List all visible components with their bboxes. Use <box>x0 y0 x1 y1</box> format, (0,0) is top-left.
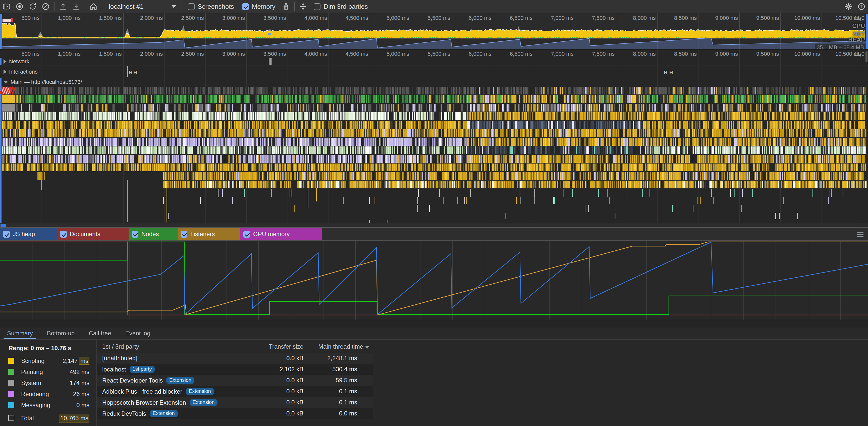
tab-bottom-up[interactable]: Bottom-up <box>43 327 79 339</box>
tracks-ruler-label: 7,500 ms <box>575 51 615 57</box>
checkbox-checked-icon <box>181 231 187 238</box>
summary-row-total: Total10,765 ms <box>0 414 96 424</box>
transfer-size-cell: 0.0 kB <box>247 388 303 395</box>
vertical-scrollbar-thumb[interactable] <box>866 51 868 62</box>
party-name-cell: React Developer ToolsExtension <box>102 377 194 384</box>
flame-chart-canvas[interactable] <box>0 57 868 223</box>
tracks-ruler-label: 9,500 ms <box>739 51 779 57</box>
badge-extension: Extension <box>166 377 194 384</box>
memory-checkbox[interactable]: Memory <box>242 3 276 10</box>
table-row[interactable]: [unattributed]0.0 kB2,248.1 ms <box>97 353 373 364</box>
tab-summary[interactable]: Summary <box>3 327 36 339</box>
main-thread-time-cell: 0.0 ms <box>311 410 357 417</box>
home-icon[interactable] <box>87 1 100 12</box>
col-header-mainthread[interactable]: Main thread time <box>315 343 369 350</box>
table-row[interactable]: Redux DevToolsExtension0.0 kB0.0 ms <box>97 408 373 419</box>
summary-category-label: Scripting <box>21 358 44 364</box>
table-row[interactable]: React Developer ToolsExtension0.0 kB59.5… <box>97 375 373 386</box>
profile-select[interactable]: localhost #1 <box>104 3 180 10</box>
tracks-ruler-label: 4,500 ms <box>328 51 368 57</box>
help-icon[interactable]: ? <box>855 1 868 12</box>
tab-event-log[interactable]: Event log <box>122 327 154 339</box>
party-name-cell: localhost1st party <box>102 366 155 373</box>
memory-legend-documents[interactable]: Documents <box>57 228 129 240</box>
summary-row-painting: Painting492 ms <box>0 367 96 377</box>
overview-window-right-handle[interactable] <box>866 14 868 49</box>
summary-category-value: 26 ms <box>73 391 89 398</box>
summary-category-value: 492 ms <box>69 368 89 375</box>
cpu-overview-chart[interactable] <box>0 20 868 39</box>
party-name-cell: Hoppscotch Browser ExtensionExtension <box>102 399 217 406</box>
category-swatch <box>8 380 14 386</box>
summary-category-value: 174 ms <box>69 379 89 387</box>
tab-call-tree[interactable]: Call tree <box>85 327 115 339</box>
party-name-cell: [unattributed] <box>102 355 137 362</box>
table-row[interactable]: Adblock Plus - free ad blockerExtension0… <box>97 386 373 397</box>
summary-category-value: 10,765 ms <box>59 415 89 422</box>
tracks-ruler-label: 8,000 ms <box>616 51 656 57</box>
tracks-ruler-label: 5,500 ms <box>410 51 450 57</box>
tracks-ruler-label: 2,500 ms <box>164 51 204 57</box>
collect-garbage-icon[interactable] <box>279 1 292 12</box>
tracks-ruler-label: 10,000 ms <box>780 51 820 57</box>
memory-legend-gpu-memory[interactable]: GPU memory <box>240 228 322 240</box>
category-swatch <box>8 402 14 408</box>
memory-legend-listeners[interactable]: Listeners <box>178 228 240 240</box>
badge-extension: Extension <box>190 399 218 406</box>
settings-gear-icon[interactable] <box>842 1 855 12</box>
summary-row-messaging: Messaging0 ms <box>0 400 96 410</box>
heap-overview-chart[interactable] <box>0 37 868 49</box>
table-row[interactable]: localhost1st party2,102 kB530.4 ms <box>97 364 373 375</box>
memory-label: Memory <box>252 3 276 10</box>
third-party-table: 1st / 3rd party Transfer size Main threa… <box>97 340 374 426</box>
save-profile-icon[interactable] <box>69 1 83 12</box>
tracks-panel[interactable]: 500 ms1,000 ms1,500 ms2,000 ms2,500 ms3,… <box>0 50 868 227</box>
hamburger-menu-icon[interactable] <box>857 231 864 238</box>
tracks-ruler-label-clipped: 11,0 <box>854 51 865 57</box>
flame-scrollbar-track[interactable] <box>0 223 868 227</box>
dim-3rd-parties-checkbox[interactable]: Dim 3rd parties <box>314 3 368 10</box>
timeline-overview[interactable]: 500 ms1,000 ms1,500 ms2,000 ms2,500 ms3,… <box>0 13 868 50</box>
clear-icon[interactable] <box>39 1 52 12</box>
tracks-ruler-label: 1,000 ms <box>40 51 81 57</box>
main-thread-time-cell: 0.1 ms <box>311 399 357 406</box>
collapse-tracks-icon[interactable] <box>297 1 310 12</box>
checkbox-checked-icon <box>243 231 250 238</box>
table-row[interactable]: Hoppscotch Browser ExtensionExtension0.0… <box>97 397 373 408</box>
memory-legend-label: Nodes <box>142 231 159 238</box>
party-name-cell: Adblock Plus - free ad blockerExtension <box>102 388 214 395</box>
details-tabbar: SummaryBottom-upCall treeEvent log <box>0 327 868 340</box>
load-profile-icon[interactable] <box>57 1 69 12</box>
party-name-cell: Redux DevToolsExtension <box>102 410 178 417</box>
screenshots-checkbox[interactable]: Screenshots <box>188 3 234 10</box>
badge-extension: Extension <box>186 388 214 395</box>
memory-legend-label: GPU memory <box>253 231 289 238</box>
col-header-party[interactable]: 1st / 3rd party <box>102 343 139 350</box>
flame-scrollbar-thumb[interactable] <box>0 224 6 227</box>
tracks-ruler-label: 8,500 ms <box>656 51 697 57</box>
memory-graph-canvas[interactable] <box>0 241 868 320</box>
transfer-size-cell: 0.0 kB <box>247 410 303 417</box>
screenshots-label: Screenshots <box>198 3 234 10</box>
toolbar-divider <box>54 2 55 11</box>
memory-legend-js-heap[interactable]: JS heap <box>0 228 57 240</box>
devtools-performance-panel: localhost #1 Screenshots Memory Dim 3rd … <box>0 0 868 426</box>
overview-window-left-handle[interactable] <box>0 14 2 49</box>
checkbox-checked-icon <box>3 231 10 238</box>
summary-category-label: System <box>21 379 41 387</box>
record-icon[interactable] <box>13 1 26 12</box>
dim-3rd-parties-label: Dim 3rd parties <box>323 3 368 10</box>
row-separator <box>97 353 373 353</box>
col-header-transfer[interactable]: Transfer size <box>247 343 303 350</box>
tracks-ruler-label: 2,000 ms <box>123 51 163 57</box>
profile-select-label: localhost #1 <box>109 3 144 10</box>
main-thread-time-cell: 0.1 ms <box>311 388 357 395</box>
tracks-ruler-label: 5,000 ms <box>369 51 409 57</box>
heap-strip-label: HEAP <box>848 36 865 43</box>
memory-legend-nodes[interactable]: Nodes <box>129 228 178 240</box>
column-divider <box>311 340 311 423</box>
live-metrics-icon[interactable] <box>0 1 13 12</box>
reload-record-icon[interactable] <box>26 1 39 12</box>
svg-text:?: ? <box>860 4 863 9</box>
summary-category-label: Rendering <box>21 391 49 398</box>
